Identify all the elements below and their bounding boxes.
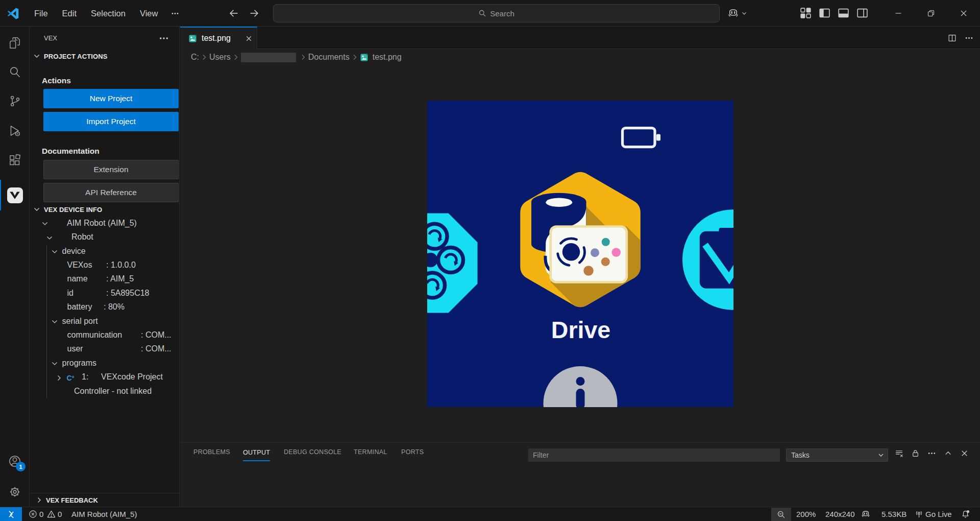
tree-item-id[interactable]: id : 5A895C18 [30, 287, 180, 300]
tree-item-battery[interactable]: battery : 80% [30, 301, 180, 315]
tree-item-robot[interactable]: Robot [30, 231, 180, 245]
tree-item-program-1[interactable]: C 1: VEXcode Project [30, 371, 180, 385]
chevron-right-icon [351, 53, 359, 61]
lock-icon[interactable] [911, 449, 920, 458]
tab-test-png[interactable]: test.png [180, 27, 257, 49]
toggle-panel-icon[interactable] [838, 7, 849, 19]
tab-close-icon[interactable] [244, 34, 253, 43]
output-filter-input[interactable]: Filter [528, 448, 780, 462]
new-project-button[interactable]: New Project [43, 89, 179, 108]
image-preview[interactable]: Drive [180, 65, 980, 442]
toggle-primary-sidebar-icon[interactable] [819, 7, 830, 19]
maximize-panel-icon[interactable] [944, 449, 952, 458]
close-panel-icon[interactable] [960, 449, 969, 458]
zoom-out-button[interactable] [771, 508, 791, 521]
source-control-icon[interactable] [0, 87, 30, 115]
go-live-icon[interactable] [915, 510, 923, 518]
warning-count[interactable]: 0 [58, 507, 62, 521]
notification-dot [967, 510, 969, 513]
status-device-name[interactable]: AIM Robot (AIM_5) [71, 507, 137, 521]
titlebar: File Edit Selection View Search [0, 0, 980, 27]
copilot-status-icon[interactable] [861, 509, 871, 519]
breadcrumb-file[interactable]: test.png [373, 53, 402, 62]
panel-tab-output[interactable]: OUTPUT [243, 443, 270, 461]
panel-more-actions-icon[interactable] [927, 449, 936, 458]
tree-item-name[interactable]: name : AIM_5 [30, 273, 180, 287]
breadcrumb-documents[interactable]: Documents [308, 53, 350, 62]
chevron-down-icon [45, 234, 54, 242]
api-reference-button[interactable]: API Reference [43, 183, 179, 202]
tree-item-aim-robot[interactable]: AIM Robot (AIM_5) [30, 217, 180, 230]
section-vex-device-info-label: VEX DEVICE INFO [44, 206, 102, 214]
remote-indicator[interactable] [0, 507, 22, 521]
status-zoom-level[interactable]: 200% [796, 507, 816, 521]
cpp-file-icon: C [66, 373, 75, 382]
panel-tab-debug-console[interactable]: DEBUG CONSOLE [284, 443, 341, 462]
run-debug-icon[interactable] [0, 116, 30, 145]
settings-gear-icon[interactable] [0, 478, 30, 506]
error-count[interactable]: 0 [39, 507, 43, 521]
forward-arrow-icon[interactable] [249, 8, 259, 18]
menu-view[interactable]: View [133, 6, 165, 21]
sidebar-more-actions-icon[interactable] [159, 33, 169, 43]
robot-ball [562, 243, 580, 261]
menu-edit[interactable]: Edit [55, 6, 84, 21]
panel-tab-terminal[interactable]: TERMINAL [354, 443, 387, 462]
tree-item-value: : 80% [104, 302, 125, 312]
toggle-secondary-sidebar-icon[interactable] [856, 7, 868, 19]
extensions-icon[interactable] [0, 146, 30, 175]
copilot-button[interactable] [727, 7, 753, 20]
status-file-size[interactable]: 5.53KB [881, 507, 906, 521]
warnings-icon[interactable] [47, 510, 56, 518]
close-window-button[interactable] [947, 0, 980, 27]
panel-tab-problems[interactable]: PROBLEMS [193, 443, 230, 462]
restore-button[interactable] [915, 0, 947, 27]
tree-item-controller[interactable]: Controller - not linked [30, 385, 180, 398]
tree-item-user[interactable]: user : COM... [30, 343, 180, 357]
section-vex-feedback[interactable]: VEX FEEDBACK [30, 493, 180, 507]
notifications-bell-icon[interactable] [961, 510, 970, 518]
output-channel-select[interactable]: Tasks [786, 448, 888, 462]
status-go-live-label[interactable]: Go Live [925, 507, 952, 521]
actions-heading: Actions [42, 76, 71, 85]
editor-group: test.png C: Users Documents test [180, 27, 980, 442]
chevron-down-icon [51, 318, 59, 326]
search-sidebar-icon[interactable] [0, 58, 30, 86]
vscode-logo-icon [7, 7, 19, 20]
menu-selection[interactable]: Selection [84, 6, 133, 21]
back-arrow-icon[interactable] [229, 8, 239, 18]
extension-docs-button[interactable]: Extension [43, 160, 179, 179]
section-vex-device-info[interactable]: VEX DEVICE INFO [30, 203, 180, 216]
status-image-dimensions[interactable]: 240x240 [825, 507, 855, 521]
menu-file[interactable]: File [27, 6, 55, 21]
split-editor-icon[interactable] [948, 34, 957, 42]
section-vex-feedback-label: VEX FEEDBACK [46, 496, 98, 504]
breadcrumb-redacted-username[interactable] [241, 53, 296, 62]
minimize-button[interactable] [882, 0, 915, 27]
tree-item-communication[interactable]: communication : COM... [30, 328, 180, 342]
breadcrumb-users[interactable]: Users [209, 53, 231, 62]
tree-item-label: Robot [71, 232, 93, 242]
tree-item-device[interactable]: device [30, 245, 180, 258]
import-project-button[interactable]: Import Project [43, 112, 179, 131]
accounts-icon[interactable]: 1 [0, 447, 30, 476]
panel-tab-ports[interactable]: PORTS [401, 443, 424, 462]
search-input[interactable]: Search [273, 4, 720, 22]
menu-more-icon[interactable] [165, 9, 185, 17]
tree-item-program-name: VEXcode Project [101, 372, 163, 382]
clear-output-icon[interactable] [895, 449, 903, 458]
errors-icon[interactable] [29, 510, 37, 518]
section-project-actions[interactable]: PROJECT ACTIONS [30, 50, 180, 63]
tree-item-vexos[interactable]: VEXos : 1.0.0.0 [30, 258, 180, 272]
editor-more-actions-icon[interactable] [965, 34, 973, 42]
tree-item-serial-port[interactable]: serial port [30, 315, 180, 328]
svg-text:C: C [67, 373, 72, 382]
explorer-icon[interactable] [0, 29, 30, 57]
image-file-icon [188, 34, 197, 43]
chevron-down-icon [41, 220, 49, 228]
field-card [550, 227, 626, 282]
customize-layout-icon[interactable] [800, 7, 812, 19]
breadcrumb-drive[interactable]: C: [191, 53, 199, 62]
tree-item-programs[interactable]: programs [30, 357, 180, 370]
vex-extension-icon[interactable] [0, 181, 30, 209]
